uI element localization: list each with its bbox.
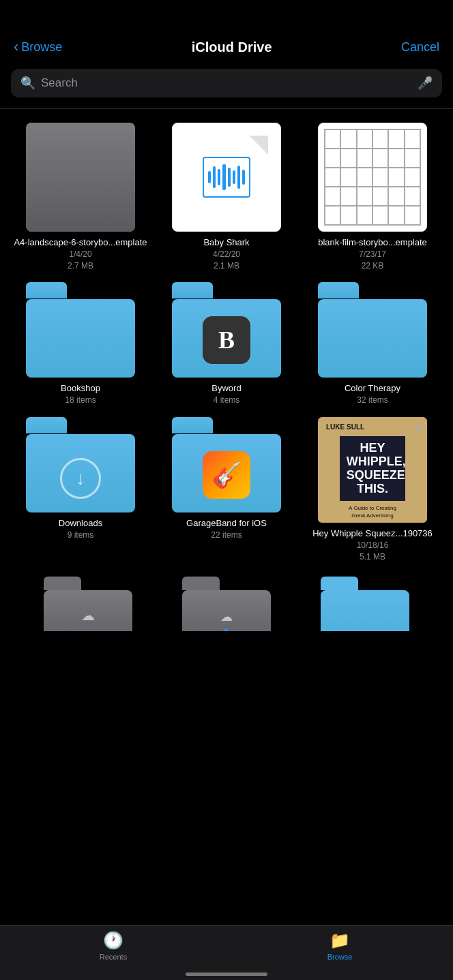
folder-icon	[26, 282, 135, 378]
audio-wave	[203, 157, 250, 198]
item-name: Byword	[211, 383, 241, 395]
item-size: 22 KB	[362, 260, 384, 272]
item-date: 1/4/20	[69, 249, 91, 260]
tab-recents[interactable]: 🕐 Recents	[0, 931, 227, 961]
item-date: 4/22/20	[213, 249, 240, 260]
list-item[interactable]: A4-landscape-6-storybo...emplate 1/4/20 …	[11, 123, 150, 271]
cancel-button[interactable]: Cancel	[401, 40, 439, 55]
list-item[interactable]: blank-film-storybo...emplate 7/23/17 22 …	[303, 123, 442, 271]
item-size: 2.7 MB	[68, 260, 93, 272]
item-subtitle: 4 items	[214, 395, 240, 406]
book-title: HEYWHIPPLE,SQUEEZETHIS.	[347, 442, 398, 495]
audio-file-content	[178, 129, 275, 226]
search-icon: 🔍	[20, 76, 35, 91]
book-author: LUKE SULL	[326, 423, 364, 431]
item-date: 10/18/16	[357, 540, 389, 551]
file-thumbnail	[172, 123, 281, 232]
item-name: Hey Whipple Squeez...190736	[312, 528, 433, 540]
item-name: Baby Shark	[203, 237, 249, 249]
item-subtitle: 18 items	[65, 395, 96, 406]
tab-bar: 🕐 Recents 📁 Browse	[0, 925, 453, 980]
item-date: 7/23/17	[359, 249, 386, 260]
list-item[interactable]	[299, 577, 431, 631]
partial-items-row: ☁ ↓ ☁	[11, 577, 442, 631]
list-item[interactable]: B Byword 4 items	[157, 282, 296, 406]
book-subtitle-text: A Guide to CreatingGreat Advertising	[349, 505, 396, 519]
item-name: A4-landscape-6-storybo...emplate	[14, 237, 147, 249]
list-item[interactable]: 🎸 GarageBand for iOS 22 items	[157, 417, 296, 562]
tab-browse[interactable]: 📁 Browse	[227, 931, 453, 961]
folder-icon	[318, 282, 427, 378]
item-name: Color Therapy	[345, 383, 400, 395]
search-container: 🔍 Search 🎤	[0, 63, 453, 108]
arrow-down-icon: ↓	[76, 469, 85, 488]
download-arrow-icon: ↓	[60, 458, 101, 499]
item-subtitle: 22 items	[211, 530, 242, 541]
tab-recents-label: Recents	[100, 953, 127, 961]
folder-icon: B	[172, 282, 281, 378]
list-item[interactable]: ↓ Downloads 9 items	[11, 417, 150, 562]
garageband-app-icon: 🎸	[203, 451, 250, 499]
page-title: iCloud Drive	[192, 40, 272, 55]
item-name: blank-film-storybo...emplate	[318, 237, 427, 249]
list-item[interactable]: ☁ ↓	[22, 577, 154, 631]
back-chevron-icon: ‹	[14, 40, 18, 55]
search-input[interactable]: Search	[41, 76, 412, 90]
byword-letter: B	[218, 326, 235, 354]
item-subtitle: 32 items	[357, 395, 388, 406]
list-item[interactable]: Bookshop 18 items	[11, 282, 150, 406]
tab-browse-label: Browse	[327, 953, 353, 961]
byword-app-icon: B	[203, 316, 250, 364]
item-size: 5.1 MB	[360, 551, 385, 563]
nav-header: ‹ Browse iCloud Drive Cancel	[0, 34, 453, 63]
folder-icon: ↓	[26, 417, 135, 512]
item-size: 2.1 MB	[214, 260, 239, 272]
microphone-icon[interactable]: 🎤	[418, 76, 433, 91]
folder-icon: 🎸	[172, 417, 281, 512]
item-name: Downloads	[59, 518, 102, 530]
back-button[interactable]: ‹ Browse	[14, 40, 62, 55]
list-item[interactable]: Baby Shark 4/22/20 2.1 MB	[157, 123, 296, 271]
grid-container: A4-landscape-6-storybo...emplate 1/4/20 …	[11, 123, 442, 577]
guitar-icon: 🎸	[211, 461, 242, 489]
file-thumbnail	[26, 123, 135, 232]
book-thumbnail: ☁ LUKE SULL HEYWHIPPLE,SQUEEZETHIS. A Gu…	[318, 417, 427, 523]
home-indicator	[186, 973, 267, 976]
recents-icon: 🕐	[103, 931, 123, 950]
list-item[interactable]: ☁	[160, 577, 292, 631]
search-bar[interactable]: 🔍 Search 🎤	[11, 69, 442, 97]
list-item[interactable]: ☁ LUKE SULL HEYWHIPPLE,SQUEEZETHIS. A Gu…	[303, 417, 442, 562]
file-grid: A4-landscape-6-storybo...emplate 1/4/20 …	[0, 109, 453, 631]
status-bar	[0, 0, 453, 34]
browse-icon: 📁	[330, 931, 350, 950]
back-label: Browse	[21, 40, 62, 55]
garageband-icon: 🎸	[203, 451, 250, 499]
item-name: GarageBand for iOS	[186, 518, 267, 530]
item-subtitle: 9 items	[68, 530, 94, 541]
item-name: Bookshop	[61, 383, 100, 395]
file-thumbnail	[318, 123, 427, 232]
list-item[interactable]: Color Therapy 32 items	[303, 282, 442, 406]
